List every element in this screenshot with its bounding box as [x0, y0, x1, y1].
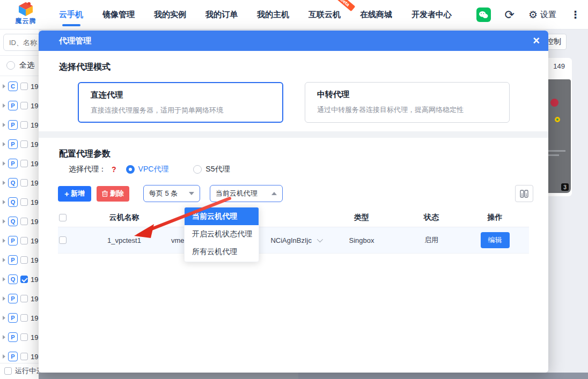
running-filter-checkbox[interactable] [4, 367, 12, 375]
mode-card-direct[interactable]: 直连代理 直接连接代理服务器，适用于简单网络环境 [78, 82, 283, 123]
nav-item[interactable]: 我的主机 [256, 0, 290, 29]
column-settings-button[interactable] [515, 185, 533, 202]
device-list-item[interactable]: P 19 [0, 135, 39, 154]
device-checkbox[interactable] [20, 160, 28, 167]
add-button[interactable]: + 新增 [58, 186, 91, 202]
edit-button[interactable]: 编辑 [481, 232, 510, 248]
select-all-row[interactable]: 全选 [6, 61, 34, 70]
device-checkbox[interactable] [20, 121, 28, 129]
search-input[interactable] [3, 34, 39, 51]
device-list-item[interactable]: P 19 [0, 96, 39, 115]
device-checkbox[interactable] [20, 314, 28, 322]
nav-menu: 云手机 镜像管理 我的实例 我的订单 [58, 0, 453, 29]
screen-text-line [547, 150, 565, 152]
nav-item[interactable]: 我的订单 [204, 0, 239, 29]
expand-triangle-icon[interactable] [3, 123, 5, 127]
delete-button[interactable]: 删除 [97, 186, 129, 202]
wechat-icon[interactable] [476, 8, 491, 22]
nav-item[interactable]: 镜像管理 [101, 0, 136, 29]
device-label: 19 [31, 198, 38, 206]
nav-item[interactable]: 开发者中心 [410, 0, 453, 29]
settings-button[interactable]: ⚙ 设置 [528, 9, 556, 21]
expand-triangle-icon[interactable] [3, 84, 5, 88]
device-checkbox[interactable] [20, 256, 28, 264]
nav-item[interactable]: 我的实例 [153, 0, 187, 29]
device-label: 19 [31, 102, 38, 110]
device-label: 19 [31, 140, 38, 148]
expand-triangle-icon[interactable] [3, 335, 5, 339]
device-type-badge: P [8, 120, 18, 130]
device-label: 19 [31, 295, 38, 303]
table-row[interactable]: 1_vpctest1 vmes NCiAgInBzIjc Singbox 启用 … [58, 227, 529, 254]
dropdown-option[interactable]: 所有云机代理 [185, 243, 259, 261]
device-list-item[interactable]: Q 19 [0, 212, 39, 231]
device-label: 19 [31, 237, 38, 245]
device-type-badge: Q [8, 178, 18, 188]
nav-item[interactable]: 云手机 [58, 0, 84, 29]
dropdown-option[interactable]: 当前云机代理 [185, 207, 259, 225]
nav-item[interactable]: 在线商城 [359, 0, 393, 29]
device-list-item[interactable]: P 19 [0, 250, 39, 270]
app-logo[interactable]: 魔云腾 [11, 2, 41, 26]
device-list-item[interactable]: Q 19 [0, 270, 39, 289]
device-checkbox[interactable] [20, 353, 28, 360]
expand-triangle-icon[interactable] [3, 161, 5, 166]
expand-triangle-icon[interactable] [3, 103, 5, 108]
app-icon-red [550, 99, 558, 107]
divider [0, 76, 39, 76]
dropdown-option[interactable]: 开启云机状态代理 [185, 225, 259, 243]
running-filter-label: 运行中云 [15, 366, 39, 376]
device-list-item[interactable]: P 19 [0, 289, 39, 308]
row-checkbox[interactable] [59, 236, 67, 244]
device-list-item[interactable]: P 19 [0, 231, 39, 250]
help-icon[interactable]: ? [112, 165, 116, 174]
device-list-item[interactable]: P 19 [0, 115, 39, 135]
screen-text-line [547, 154, 559, 156]
device-list-item[interactable]: Q 19 [0, 192, 39, 212]
device-list-item[interactable]: P 19 [0, 308, 39, 328]
device-checkbox[interactable] [20, 179, 28, 187]
close-icon[interactable]: × [533, 35, 540, 47]
select-all-radio[interactable] [6, 61, 15, 70]
device-checkbox[interactable] [20, 140, 28, 148]
expand-triangle-icon[interactable] [3, 181, 5, 185]
device-checkbox[interactable] [20, 83, 28, 90]
expand-triangle-icon[interactable] [3, 354, 5, 359]
device-checkbox[interactable] [20, 333, 28, 341]
expand-triangle-icon[interactable] [3, 258, 5, 262]
radio-s5-proxy[interactable]: S5代理 [193, 165, 230, 174]
expand-triangle-icon[interactable] [3, 296, 5, 301]
proxy-config-section: 配置代理参数 选择代理： ? VPC代理 S5代理 + 新增 [39, 138, 548, 373]
device-checkbox[interactable] [20, 237, 28, 244]
select-all-checkbox[interactable] [59, 214, 67, 221]
mode-card-title: 中转代理 [317, 90, 497, 100]
page-size-select[interactable]: 每页 5 条 [143, 185, 200, 202]
device-checkbox[interactable] [20, 218, 28, 225]
device-list-item[interactable]: C 19 [0, 77, 39, 96]
device-list-item[interactable]: Q 19 [0, 173, 39, 192]
proxy-scope-select[interactable]: 当前云机代理 [210, 185, 283, 202]
expand-triangle-icon[interactable] [3, 200, 5, 204]
select-all-label: 全选 [19, 61, 34, 70]
device-list-item[interactable]: P 19 [0, 154, 39, 173]
nav-actions: ⟳ ⚙ 设置 ⋮ [476, 0, 580, 29]
expand-triangle-icon[interactable] [3, 219, 5, 224]
device-checkbox[interactable] [20, 295, 28, 302]
expand-triangle-icon[interactable] [3, 316, 5, 320]
device-checkbox[interactable] [20, 102, 28, 109]
device-type-badge: P [8, 236, 18, 246]
mode-card-relay[interactable]: 中转代理 通过中转服务器连接目标代理，提高网络稳定性 [305, 82, 510, 123]
device-checkbox[interactable] [20, 198, 28, 206]
radio-icon [193, 165, 202, 174]
radio-vpc-proxy[interactable]: VPC代理 [126, 165, 169, 174]
expand-triangle-icon[interactable] [3, 142, 5, 146]
device-list-item[interactable]: P 19 [0, 328, 39, 347]
expand-triangle-icon[interactable] [3, 239, 5, 243]
device-label: 19 [31, 333, 38, 341]
device-checkbox[interactable] [20, 276, 28, 283]
running-filter-row[interactable]: 运行中云 [0, 363, 39, 378]
nav-item[interactable]: 互联云机 beta [307, 0, 342, 29]
expand-triangle-icon[interactable] [3, 277, 5, 281]
refresh-icon[interactable]: ⟳ [505, 9, 514, 21]
kebab-menu-icon[interactable]: ⋮ [570, 9, 580, 21]
